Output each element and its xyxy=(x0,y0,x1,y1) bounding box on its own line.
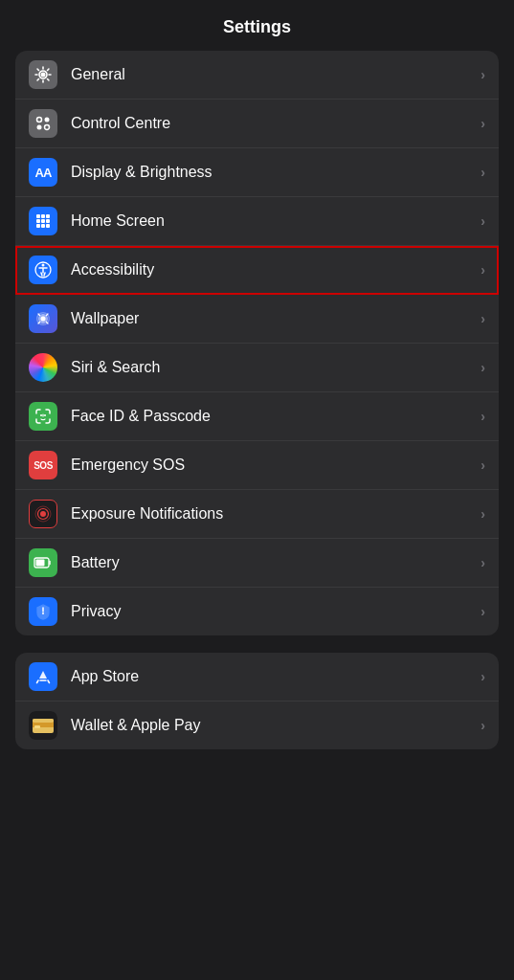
siri-search-chevron: › xyxy=(480,360,485,375)
control-centre-label: Control Centre xyxy=(71,115,480,132)
siri-search-icon xyxy=(29,353,57,382)
emergency-sos-chevron: › xyxy=(480,457,485,473)
battery-chevron: › xyxy=(480,555,485,570)
wallet-icon xyxy=(29,711,57,740)
battery-label: Battery xyxy=(71,554,480,571)
svg-point-4 xyxy=(37,125,42,130)
svg-rect-9 xyxy=(36,219,40,223)
wallpaper-label: Wallpaper xyxy=(71,310,480,327)
emergency-sos-icon: SOS xyxy=(29,451,57,479)
control-centre-icon xyxy=(29,109,57,138)
svg-rect-6 xyxy=(36,214,40,218)
svg-rect-10 xyxy=(41,219,45,223)
svg-rect-11 xyxy=(46,219,50,223)
settings-item-exposure[interactable]: Exposure Notifications › xyxy=(15,490,499,539)
svg-rect-29 xyxy=(33,719,54,723)
settings-item-home-screen[interactable]: Home Screen › xyxy=(15,197,499,246)
privacy-chevron: › xyxy=(480,604,485,619)
section-store: App Store › Wallet & Apple Pay › xyxy=(15,653,499,749)
settings-item-face-id[interactable]: Face ID & Passcode › xyxy=(15,392,499,441)
settings-item-emergency-sos[interactable]: SOS Emergency SOS › xyxy=(15,441,499,490)
face-id-icon xyxy=(29,402,57,431)
wallpaper-icon xyxy=(29,304,57,333)
settings-item-general[interactable]: General › xyxy=(15,51,499,100)
svg-point-17 xyxy=(41,317,46,322)
svg-rect-14 xyxy=(46,224,50,228)
accessibility-icon xyxy=(29,256,57,284)
svg-point-15 xyxy=(42,264,45,267)
battery-icon xyxy=(29,548,57,577)
svg-point-3 xyxy=(45,118,50,122)
settings-container: General › Control Centre › AA Display & … xyxy=(0,51,514,749)
svg-rect-7 xyxy=(41,214,45,218)
header: Settings xyxy=(0,0,514,51)
app-store-label: App Store xyxy=(71,668,480,685)
svg-rect-30 xyxy=(34,725,40,728)
app-store-chevron: › xyxy=(480,669,485,684)
settings-item-siri-search[interactable]: Siri & Search › xyxy=(15,344,499,392)
settings-item-app-store[interactable]: App Store › xyxy=(15,653,499,702)
svg-point-0 xyxy=(41,73,46,78)
settings-item-battery[interactable]: Battery › xyxy=(15,539,499,588)
wallet-label: Wallet & Apple Pay xyxy=(71,717,480,734)
home-screen-label: Home Screen xyxy=(71,212,480,230)
section-main: General › Control Centre › AA Display & … xyxy=(15,51,499,635)
wallet-chevron: › xyxy=(480,718,485,733)
face-id-label: Face ID & Passcode xyxy=(71,408,480,425)
svg-point-5 xyxy=(45,125,50,130)
settings-item-control-centre[interactable]: Control Centre › xyxy=(15,100,499,148)
svg-point-20 xyxy=(40,511,46,517)
general-icon xyxy=(29,60,57,89)
privacy-label: Privacy xyxy=(71,603,480,620)
control-centre-chevron: › xyxy=(480,116,485,131)
display-brightness-label: Display & Brightness xyxy=(71,164,480,181)
exposure-chevron: › xyxy=(480,506,485,522)
display-brightness-icon: AA xyxy=(29,158,57,187)
emergency-sos-label: Emergency SOS xyxy=(71,457,480,474)
svg-point-19 xyxy=(44,414,46,416)
home-screen-chevron: › xyxy=(480,213,485,229)
exposure-label: Exposure Notifications xyxy=(71,505,480,523)
svg-rect-8 xyxy=(46,214,50,218)
settings-item-accessibility[interactable]: Accessibility › xyxy=(15,246,499,295)
svg-rect-24 xyxy=(36,560,45,567)
settings-item-wallpaper[interactable]: Wallpaper › xyxy=(15,295,499,344)
face-id-chevron: › xyxy=(480,409,485,424)
settings-item-privacy[interactable]: Privacy › xyxy=(15,588,499,635)
settings-item-wallet[interactable]: Wallet & Apple Pay › xyxy=(15,702,499,749)
svg-rect-12 xyxy=(36,224,40,228)
exposure-icon xyxy=(29,500,57,528)
accessibility-chevron: › xyxy=(480,262,485,278)
display-brightness-chevron: › xyxy=(480,165,485,180)
svg-point-18 xyxy=(40,414,42,416)
page-title: Settings xyxy=(223,17,291,36)
home-screen-icon xyxy=(29,207,57,235)
wallpaper-chevron: › xyxy=(480,311,485,326)
svg-point-2 xyxy=(37,118,42,122)
svg-rect-13 xyxy=(41,224,45,228)
siri-search-label: Siri & Search xyxy=(71,359,480,376)
privacy-icon xyxy=(29,597,57,626)
settings-item-display-brightness[interactable]: AA Display & Brightness › xyxy=(15,148,499,197)
svg-point-25 xyxy=(42,612,44,614)
general-label: General xyxy=(71,66,480,83)
general-chevron: › xyxy=(480,67,485,82)
app-store-icon xyxy=(29,662,57,691)
accessibility-label: Accessibility xyxy=(71,261,480,278)
